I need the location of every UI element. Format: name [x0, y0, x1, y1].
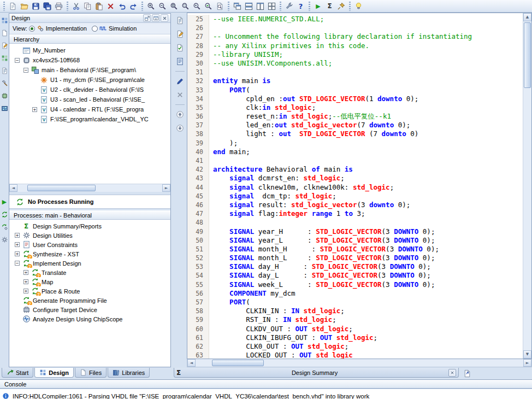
scroll-right-arrow[interactable]: ► [162, 184, 170, 192]
tab-design[interactable]: Design [34, 368, 74, 378]
code-line[interactable]: 44 signal clknew10m, clknew100k: std_log… [187, 183, 523, 192]
zoom-check-button[interactable] [203, 1, 214, 11]
code-line[interactable]: 46 signal result: std_logic_vector(3 dow… [187, 201, 523, 209]
code-line[interactable]: 32entity main is [187, 77, 523, 85]
code-line[interactable]: 25--use IEEE.NUMERIC_STD.ALL; [187, 15, 523, 24]
hscroll-track[interactable] [17, 184, 162, 192]
code-line[interactable]: 27-- Uncomment the following library dec… [187, 32, 523, 41]
save-all-button[interactable] [42, 1, 53, 11]
redo-button[interactable] [128, 1, 139, 11]
delete-button[interactable] [105, 1, 116, 11]
process-item[interactable]: +Design Utilities [9, 231, 170, 240]
hierarchy-item[interactable]: +VU2 - clk_devider - Behavioral (F:\IS [9, 85, 170, 95]
document-lines-button[interactable] [174, 15, 186, 26]
close-panel-button[interactable] [161, 14, 168, 22]
code-line[interactable]: 39 ); [187, 139, 523, 148]
tile-vertical-button[interactable] [255, 1, 266, 11]
code-line[interactable]: 56 COMPONENT my_dcm [187, 289, 523, 298]
code-line[interactable]: 49 SIGNAL year_H : STD_LOGIC_VECTOR(3 DO… [187, 227, 523, 236]
zoom-out-button[interactable] [157, 1, 168, 11]
cut-button[interactable] [70, 1, 82, 11]
float-panel-button[interactable] [143, 14, 151, 22]
process-item[interactable]: +?Map [9, 277, 170, 286]
print-button[interactable] [53, 1, 64, 11]
code-line[interactable]: 63 LOCKED_OUT : OUT std_logic [187, 351, 523, 359]
tab-libraries[interactable]: Libraries [108, 368, 150, 378]
implementation-radio[interactable] [29, 26, 35, 32]
code-line[interactable]: 62 CLK0_OUT : OUT std_logic; [187, 342, 523, 351]
toolbar-grip[interactable] [280, 2, 281, 11]
zoom-doc-button[interactable] [214, 1, 226, 11]
code-line[interactable]: 41 [187, 156, 523, 165]
blue-pen-button[interactable] [174, 75, 186, 87]
code-line[interactable]: 40end main; [187, 148, 523, 156]
save-button[interactable] [30, 1, 42, 11]
hammer-button[interactable] [1, 78, 9, 89]
code-line[interactable]: 26 [187, 24, 523, 32]
hierarchy-item[interactable]: −xc4vsx25-10ff668 [9, 55, 170, 65]
zoom-full-button[interactable] [168, 1, 180, 11]
hierarchy-item[interactable]: +VU3 - scan_led - Behavioral (F:\ISE_ [9, 95, 170, 104]
scroll-up-arrow[interactable]: ▲ [523, 13, 531, 21]
process-item[interactable]: +?Generate Programming File [9, 296, 170, 305]
process-item[interactable]: +ΣDesign Summary/Reports [9, 221, 170, 231]
zoom-prev-button[interactable] [191, 1, 203, 11]
toolbar-grip[interactable] [349, 2, 351, 11]
code-line[interactable]: 52 SIGNAL month_L : STD_LOGIC_VECTOR(3 D… [187, 254, 523, 262]
hierarchy-item[interactable]: +VU4 - calendar - RTL (F:\ISE_progra [9, 104, 170, 114]
circle-arrow-up-button[interactable] [174, 109, 186, 120]
paste-button[interactable] [93, 1, 105, 11]
toolbar-grip[interactable] [309, 2, 310, 11]
document-check-button[interactable] [174, 42, 186, 54]
editor-hscroll-thumb[interactable] [212, 360, 264, 366]
expander-plus-icon[interactable]: + [15, 251, 20, 256]
code-line[interactable]: 53 SIGNAL day_H : STD_LOGIC_VECTOR(3 DOW… [187, 262, 523, 271]
code-line[interactable]: 43 signal dcmrst_en: std_logic; [187, 174, 523, 183]
lightbulb-button[interactable] [353, 1, 364, 11]
green-grid-button[interactable] [1, 53, 9, 63]
code-line[interactable]: 34 cpld_en :out STD_LOGIC_VECTOR(1 downt… [187, 95, 523, 103]
code-line[interactable]: 59 RST_IN : IN std_logic; [187, 315, 523, 324]
code-line[interactable]: 33 PORT( [187, 86, 523, 95]
dock-panel-button[interactable] [152, 14, 159, 22]
simulation-radio[interactable] [92, 26, 98, 32]
document-blue-button[interactable] [174, 56, 186, 67]
green-chip-button[interactable] [1, 91, 9, 101]
code-line[interactable]: 58 CLKIN_IN : IN std_logic; [187, 307, 523, 315]
expander-plus-icon[interactable]: + [23, 270, 28, 275]
hscroll-thumb[interactable] [27, 185, 96, 191]
gray-cross-button[interactable] [174, 89, 186, 101]
zoom-area-button[interactable] [180, 1, 191, 11]
code-line[interactable]: 57 PORT( [187, 298, 523, 307]
toolbar-grip[interactable] [141, 2, 143, 11]
expander-minus-icon[interactable]: − [23, 68, 28, 73]
hierarchy-item[interactable]: +My_Number [9, 45, 170, 55]
hierarchy-item[interactable]: +U1 - my_dcm (F:\ISE_program\cale [9, 75, 170, 85]
pushpin-button[interactable] [335, 1, 347, 11]
open-project-button[interactable] [19, 1, 30, 11]
blue-grid-button[interactable] [1, 15, 9, 26]
process-item[interactable]: −?Implement Design [9, 259, 170, 268]
tab-start[interactable]: Start [2, 368, 33, 378]
zoom-in-button[interactable] [145, 1, 157, 11]
tab-files[interactable]: Files [75, 368, 107, 378]
arrange-windows-button[interactable] [266, 1, 277, 11]
copy-button[interactable] [82, 1, 93, 11]
white-document-button[interactable] [1, 28, 9, 38]
process-item[interactable]: +?Synthesize - XST [9, 249, 170, 259]
vscroll-thumb[interactable] [524, 22, 531, 88]
tab-design-summary[interactable]: Σ Design Summary [174, 368, 459, 378]
process-gear-button[interactable] [1, 222, 9, 232]
hierarchy-hscrollbar[interactable]: ◄ ► [9, 184, 170, 192]
code-line[interactable]: 50 SIGNAL year_L : STD_LOGIC_VECTOR(3 DO… [187, 236, 523, 245]
expander-plus-icon[interactable]: + [23, 279, 28, 284]
code-line[interactable]: 42architecture Behavioral of main is [187, 165, 523, 174]
code-line[interactable]: 48 [187, 218, 523, 227]
scroll-right-arrow[interactable]: ► [523, 359, 531, 367]
scroll-left-arrow[interactable]: ◄ [187, 359, 196, 367]
cascade-windows-button[interactable] [232, 1, 243, 11]
document-pencil-button[interactable] [1, 40, 9, 51]
gear-button[interactable] [1, 234, 9, 245]
code-line[interactable]: 37 led_en:out std_logic_vector(7 downto … [187, 121, 523, 130]
expander-minus-icon[interactable]: − [15, 261, 20, 266]
